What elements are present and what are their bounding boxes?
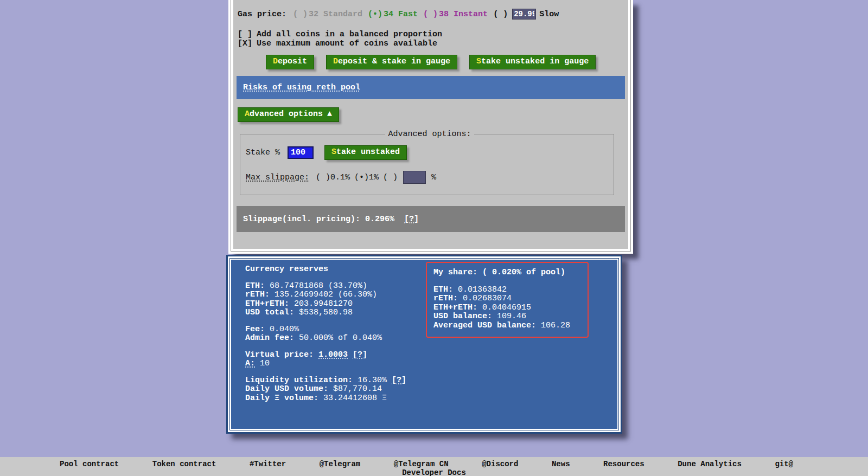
slippage-summary-label: Slippage(incl. pricing): (243, 215, 360, 224)
liquidity-utilization-help-link[interactable]: [?] (392, 376, 406, 385)
virtual-price-help-link[interactable]: [?] (353, 350, 367, 359)
stake-percent-input[interactable] (288, 146, 314, 159)
risks-link[interactable]: Risks of using reth pool (243, 83, 360, 92)
footer-link-token-contract[interactable]: Token contract (152, 460, 216, 468)
gas-price-label: Gas price: (238, 10, 286, 19)
daily-usd-volume-value: $87,770.14 (328, 384, 382, 394)
footer-link-resources[interactable]: Resources (603, 460, 644, 468)
max-slippage-link[interactable]: Max slippage: (246, 173, 309, 182)
button-label: dvanced options (250, 110, 323, 119)
gas-option-fast[interactable]: (•)34 Fast (368, 10, 418, 19)
advanced-options-legend: Advanced options: (385, 130, 474, 139)
max-amount-checkbox[interactable]: [X]Use maximum amount of coins available (238, 39, 628, 48)
collapse-arrow-icon: ▲ (327, 110, 332, 119)
checkbox-checked-icon: [X] (238, 39, 252, 48)
balanced-proportion-checkbox[interactable]: [ ]Add all coins in a balanced proportio… (238, 30, 628, 39)
slippage-help-link[interactable]: [?] (404, 215, 419, 224)
button-accent-letter: D (273, 57, 278, 66)
amplification-line: A: 10 (245, 359, 406, 369)
slippage-summary-value: 0.296% (360, 215, 394, 224)
fee-label: Fee: (245, 325, 265, 334)
button-label: eposit & stake in gauge (338, 57, 450, 66)
virtual-price-line: Virtual price:1.0003[?] (245, 351, 406, 360)
amplification-label-link[interactable]: A: (245, 359, 255, 368)
radio-checked-icon: (•) (354, 173, 369, 182)
footer-link-discord[interactable]: @Discord (482, 460, 518, 468)
slippage-summary-bar: Slippage(incl. pricing): 0.296%[?] (237, 206, 625, 232)
my-share-title: My share: ( 0.020% of pool) (433, 268, 581, 278)
gas-price-row: Gas price: ( )32 Standard (•)34 Fast ( )… (238, 9, 628, 20)
slippage-option-0.1[interactable]: ( )0.1% (316, 173, 350, 182)
footer-link-telegram[interactable]: @Telegram (320, 460, 361, 468)
button-accent-letter: D (333, 57, 338, 66)
my-share-eth-line: ETH: 0.01363842 (433, 286, 581, 295)
currency-reserves-title: Currency reserves (245, 265, 406, 274)
amplification-value: 10 (255, 359, 270, 368)
slippage-option-custom-radio[interactable]: ( ) (383, 173, 398, 182)
advanced-options-toggle[interactable]: Advanced options▲ (238, 107, 339, 122)
button-label: take unstaked (336, 147, 400, 157)
reserves-group-fees: Fee: 0.040% Admin fee: 50.000% of 0.040% (245, 325, 406, 343)
custom-slippage-input[interactable] (403, 171, 426, 184)
slippage-option-0.1-label: 0.1% (330, 173, 350, 182)
footer-link-dune-analytics[interactable]: Dune Analytics (678, 460, 742, 468)
footer-link-news[interactable]: News (552, 460, 570, 468)
gas-option-instant[interactable]: ( )38 Instant (423, 10, 488, 19)
gas-option-slow-label: Slow (539, 10, 559, 19)
pool-info-content: Currency reserves ETH: 68.74781868 (33.7… (230, 259, 618, 430)
max-slippage-row: Max slippage: ( )0.1% (•)1% ( ) % (246, 171, 614, 184)
reserve-line-sum: ETH+rETH: 203.99481270 (245, 300, 406, 309)
daily-usd-volume-line: Daily USD volume: $87,770.14 (245, 385, 406, 394)
percent-suffix: % (431, 173, 436, 182)
my-share-eth-value: 0.01363842 (453, 285, 507, 294)
footer-link-pool-contract[interactable]: Pool contract (60, 460, 119, 468)
footer-link-git[interactable]: git@ (775, 460, 793, 468)
footer-links-row: Pool contract Token contract #Twitter @T… (0, 457, 868, 468)
reserve-value: $538,580.98 (294, 308, 353, 317)
radio-unchecked-icon: ( ) (423, 10, 438, 19)
gas-custom-input[interactable] (512, 9, 536, 20)
radio-unchecked-icon: ( ) (383, 173, 398, 182)
my-share-sum-line: ETH+rETH: 0.04046915 (433, 304, 581, 313)
reserve-label: ETH+rETH: (245, 299, 289, 308)
deposit-button[interactable]: Deposit (266, 55, 314, 69)
max-amount-label: Use maximum amount of coins available (257, 39, 437, 48)
button-label: take unstaked in gauge (481, 57, 589, 66)
liquidity-utilization-label: Liquidity utilization: (245, 376, 353, 385)
deposit-and-stake-button[interactable]: Deposit & stake in gauge (326, 55, 457, 69)
admin-fee-line: Admin fee: 50.000% of 0.040% (245, 334, 406, 343)
reserve-value: 203.99481270 (289, 299, 353, 308)
reserve-line-reth: rETH: 135.24699402 (66.30%) (245, 291, 406, 300)
radio-unchecked-icon: ( ) (493, 10, 508, 19)
gas-option-standard[interactable]: ( )32 Standard (293, 10, 362, 19)
risks-banner: Risks of using reth pool (237, 76, 625, 99)
button-accent-letter: S (476, 57, 481, 66)
radio-checked-icon: (•) (368, 10, 382, 19)
gas-option-custom-radio[interactable]: ( ) (493, 10, 508, 19)
my-share-reth-value: 0.02683074 (458, 294, 512, 303)
slippage-option-1[interactable]: (•)1% (354, 173, 379, 182)
daily-usd-volume-label: Daily USD volume: (245, 384, 328, 394)
virtual-price-label: Virtual price: (245, 350, 314, 359)
reserve-label: USD total: (245, 308, 294, 317)
virtual-price-value-link[interactable]: 1.0003 (318, 350, 348, 359)
footer-link-telegram-cn[interactable]: @Telegram CN (394, 460, 449, 468)
stake-unstaked-in-gauge-button[interactable]: Stake unstaked in gauge (469, 55, 596, 69)
button-accent-letter: A (245, 110, 250, 119)
daily-eth-volume-label: Daily Ξ volume: (245, 394, 318, 403)
balanced-proportion-label: Add all coins in a balanced proportion (257, 30, 442, 39)
deposit-panel-content: Gas price: ( )32 Standard (•)34 Fast ( )… (231, 0, 630, 251)
radio-unchecked-icon: ( ) (316, 173, 330, 182)
reserve-line-eth: ETH: 68.74781868 (33.70%) (245, 282, 406, 291)
daily-eth-volume-line: Daily Ξ volume: 33.24412608 Ξ (245, 394, 406, 403)
button-label: eposit (278, 57, 307, 66)
footer-link-twitter[interactable]: #Twitter (250, 460, 286, 468)
reserve-label: rETH: (245, 290, 270, 299)
pool-info-panel: Currency reserves ETH: 68.74781868 (33.7… (226, 255, 622, 434)
pool-info-border-white: Currency reserves ETH: 68.74781868 (33.7… (228, 256, 621, 432)
my-share-usd-label: USD balance: (433, 312, 492, 321)
stake-unstaked-button[interactable]: Stake unstaked (324, 145, 407, 160)
liquidity-utilization-value: 16.30% (353, 376, 387, 385)
checkbox-unchecked-icon: [ ] (238, 30, 252, 39)
footer-link-developer-docs[interactable]: Developer Docs (402, 468, 466, 476)
